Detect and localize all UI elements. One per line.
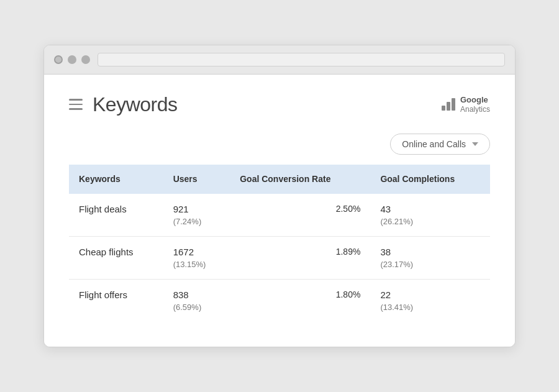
dropdown-label: Online and Calls — [402, 139, 466, 149]
browser-window: Keywords Google Analytics Online and Cal… — [43, 45, 516, 348]
ga-sub-text: Analytics — [460, 105, 490, 114]
ga-bar-1 — [442, 106, 445, 111]
col-header-users: Users — [163, 165, 230, 194]
ga-bar-3 — [452, 98, 455, 111]
google-analytics-icon — [442, 98, 455, 111]
page-title: Keywords — [93, 93, 178, 116]
table-row: Flight deals 921 (7.24%) 2.50% 43 (26.21… — [69, 194, 490, 237]
table-row: Cheap flights 1672 (13.15%) 1.89% 38 (23… — [69, 237, 490, 280]
ga-main-text: Google — [460, 95, 490, 105]
hamburger-menu-icon[interactable] — [69, 99, 83, 110]
header-left: Keywords — [69, 93, 178, 116]
col-header-gcr: Goal Conversion Rate — [230, 165, 370, 194]
browser-btn-maximize[interactable] — [81, 55, 90, 64]
browser-btn-close[interactable] — [54, 55, 63, 64]
ga-bar-2 — [447, 102, 450, 111]
dropdown-bar: Online and Calls — [69, 134, 490, 155]
cell-keyword-2: Flight offers — [69, 280, 163, 322]
browser-addressbar[interactable] — [98, 53, 505, 66]
chevron-down-icon — [472, 142, 478, 146]
cell-users-2: 838 (6.59%) — [163, 280, 230, 322]
browser-buttons — [54, 55, 90, 64]
browser-chrome — [44, 45, 515, 75]
cell-gcr-0: 2.50% — [230, 194, 370, 237]
cell-keyword-1: Cheap flights — [69, 237, 163, 280]
cell-gc-1: 38 (23.17%) — [370, 237, 490, 280]
cell-keyword-0: Flight deals — [69, 194, 163, 237]
table-row: Flight offers 838 (6.59%) 1.80% 22 (13.4… — [69, 280, 490, 322]
cell-gc-0: 43 (26.21%) — [370, 194, 490, 237]
app-header: Keywords Google Analytics — [69, 93, 490, 116]
browser-btn-minimize[interactable] — [68, 55, 76, 64]
cell-users-1: 1672 (13.15%) — [163, 237, 230, 280]
cell-gcr-1: 1.89% — [230, 237, 370, 280]
keywords-table: Keywords Users Goal Conversion Rate Goal… — [69, 165, 490, 322]
google-analytics-text: Google Analytics — [460, 95, 490, 114]
col-header-gc: Goal Completions — [370, 165, 490, 194]
cell-gc-2: 22 (13.41%) — [370, 280, 490, 322]
table-header-row: Keywords Users Goal Conversion Rate Goal… — [69, 165, 490, 194]
col-header-keywords: Keywords — [69, 165, 163, 194]
online-calls-dropdown[interactable]: Online and Calls — [390, 134, 490, 155]
cell-gcr-2: 1.80% — [230, 280, 370, 322]
cell-users-0: 921 (7.24%) — [163, 194, 230, 237]
app-content: Keywords Google Analytics Online and Cal… — [44, 75, 515, 347]
header-right: Google Analytics — [442, 95, 490, 114]
